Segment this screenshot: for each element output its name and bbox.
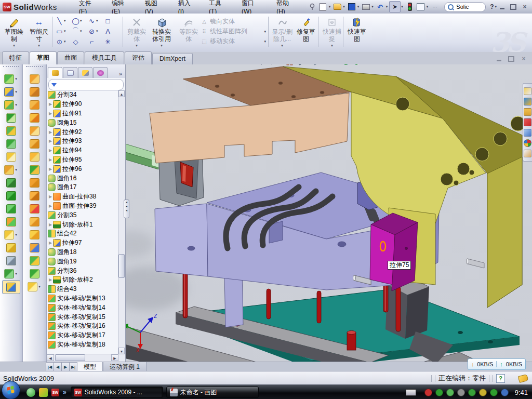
mold-tool-icon[interactable] <box>23 72 46 85</box>
convert-entities-button[interactable]: 转换实体引用▾ <box>150 15 174 49</box>
feature-tool-icon[interactable]: ▾ <box>0 98 22 111</box>
dropdown-icon[interactable]: ▾ <box>38 44 40 48</box>
feature-tree-item[interactable]: ▶ 拉伸95 <box>48 155 118 165</box>
expand-icon[interactable]: ▶ <box>48 148 53 153</box>
feature-tree-item[interactable]: ▶ 曲面-拉伸38 <box>48 192 118 202</box>
feature-tree-item[interactable]: ▶ 拉伸91 <box>48 109 118 118</box>
tab-property-manager[interactable] <box>63 67 77 78</box>
tree-filter-box[interactable] <box>48 79 124 90</box>
start-button[interactable] <box>2 381 20 399</box>
feature-tool-icon[interactable] <box>0 254 22 267</box>
first-tab-icon[interactable]: |◀ <box>46 362 54 371</box>
open-dropdown-icon[interactable]: ▾ <box>343 5 345 9</box>
dropdown-icon[interactable]: ▾ <box>15 77 17 81</box>
edit-appearance-icon[interactable] <box>341 64 351 66</box>
select-dropdown-icon[interactable]: ▾ <box>401 5 403 9</box>
taskbar-window-solidworks[interactable]: SW SolidWorks 2009 - ... <box>71 387 163 398</box>
rebuild-traffic-light-icon[interactable] <box>405 2 415 12</box>
feature-tree-item[interactable]: 实体-移动/复制18 <box>48 340 118 350</box>
feature-tool-icon[interactable]: ▾ <box>0 72 22 85</box>
mold-tool-icon[interactable] <box>23 254 46 267</box>
options-dropdown-icon[interactable]: ▾ <box>427 5 429 9</box>
expand-icon[interactable]: ▶ <box>48 277 53 282</box>
model-top-plate[interactable] <box>150 66 351 163</box>
expand-icon[interactable]: ▶ <box>48 222 53 227</box>
feature-tool-icon[interactable] <box>0 215 22 228</box>
messenger-icon[interactable] <box>26 388 35 397</box>
expand-icon[interactable]: ▶ <box>48 241 53 245</box>
tag-icon[interactable] <box>518 374 529 382</box>
feature-tool-icon[interactable] <box>0 137 22 150</box>
sketch-entity-icon[interactable]: A <box>103 26 119 36</box>
feature-tool-icon[interactable]: ▾ <box>0 228 22 241</box>
expand-icon[interactable]: ▶ <box>48 111 53 116</box>
scroll-thumb[interactable] <box>118 254 125 278</box>
home-icon[interactable] <box>524 87 531 95</box>
feature-tool-icon[interactable] <box>2 280 20 294</box>
dropdown-icon[interactable]: ▾ <box>15 272 17 276</box>
feature-tree-item[interactable]: 组合42 <box>48 229 118 238</box>
scroll-thumb[interactable] <box>55 354 85 361</box>
undo-icon[interactable]: ↶ <box>375 2 385 12</box>
more-tabs-icon[interactable]: » <box>117 71 124 78</box>
tree-horizontal-scrollbar[interactable]: ◀ ▶ <box>47 354 125 362</box>
feature-tree-item[interactable]: ▶ 切除-放样2 <box>48 275 118 285</box>
feature-tool-icon[interactable] <box>0 111 22 124</box>
tab-model[interactable]: 模型 <box>77 362 103 371</box>
overflow-icon[interactable]: ⋯ <box>430 2 440 12</box>
mold-tool-icon[interactable] <box>23 150 46 163</box>
feature-tree-item[interactable]: 分割35 <box>48 210 118 220</box>
dropdown-icon[interactable]: ▾ <box>15 103 17 107</box>
feature-tree-item[interactable]: ▶ 拉伸97 <box>48 238 118 248</box>
model-green-rod[interactable] <box>126 143 158 169</box>
options-icon[interactable] <box>416 2 426 12</box>
quick-launch-icon[interactable] <box>39 388 48 397</box>
tab-configuration-manager[interactable] <box>78 67 92 78</box>
quick-launch-expand-icon[interactable]: » <box>63 389 66 396</box>
feature-tool-icon[interactable] <box>0 202 22 215</box>
save-icon[interactable] <box>347 2 357 12</box>
sketch-entity-icon[interactable]: □ <box>103 16 119 26</box>
expand-icon[interactable]: ▶ <box>48 130 53 135</box>
dropdown-icon[interactable]: ▾ <box>15 168 17 172</box>
open-file-icon[interactable] <box>332 2 342 12</box>
resources-icon[interactable] <box>524 98 531 105</box>
tray-icon[interactable] <box>435 389 443 396</box>
expand-icon[interactable]: ▶ <box>48 204 53 208</box>
sketch-entity-icon[interactable]: ⊘▾ <box>87 26 103 36</box>
dropdown-icon[interactable]: ▾ <box>64 29 66 33</box>
feature-tree-item[interactable]: 圆角18 <box>48 248 118 257</box>
dropdown-icon[interactable]: ▾ <box>80 19 82 23</box>
dropdown-icon[interactable]: ▾ <box>80 29 82 33</box>
feature-tree-item[interactable]: 分割34 <box>48 90 118 100</box>
mold-tool-icon[interactable]: ▾ <box>23 280 46 293</box>
sketch-entity-icon[interactable]: ⌐ <box>87 36 103 47</box>
ribbon-tab[interactable]: 曲面 <box>57 51 84 64</box>
sketch-entity-icon[interactable]: ◇ <box>71 36 87 47</box>
feature-tree-item[interactable]: ▶ 拉伸92 <box>48 127 118 137</box>
expand-icon[interactable]: ▶ <box>48 139 53 143</box>
feature-tool-icon[interactable]: ▾ <box>0 267 22 280</box>
dropdown-icon[interactable]: ▾ <box>15 90 17 94</box>
ribbon-tab[interactable]: 模具工具 <box>85 51 124 64</box>
tray-icon[interactable] <box>479 389 487 396</box>
feature-tool-icon[interactable] <box>0 241 22 254</box>
toolbar-grip[interactable] <box>26 66 43 71</box>
expand-icon[interactable]: ▶ <box>48 167 53 171</box>
mold-tool-icon[interactable] <box>23 98 46 111</box>
next-tab-icon[interactable]: ▶ <box>61 362 69 371</box>
mold-tool-icon[interactable] <box>23 228 46 241</box>
dropdown-icon[interactable]: ▾ <box>15 233 17 237</box>
hide-show-items-icon[interactable] <box>325 64 335 65</box>
feature-tree-item[interactable]: 圆角15 <box>48 118 118 127</box>
model-magenta-block[interactable] <box>370 213 418 291</box>
sketch-entity-icon[interactable]: ⊙▾ <box>55 36 71 47</box>
dropdown-icon[interactable]: ▾ <box>13 44 15 48</box>
ribbon-tab[interactable]: 草图 <box>30 51 57 64</box>
zoom-area-icon[interactable] <box>265 64 274 66</box>
design-library-folder-icon[interactable] <box>524 108 531 116</box>
tray-icon[interactable] <box>424 389 432 396</box>
mold-tool-icon[interactable] <box>23 124 46 137</box>
scroll-right-icon[interactable]: ▶ <box>111 354 118 361</box>
rapid-sketch-button[interactable]: 快速草图 <box>345 15 369 49</box>
